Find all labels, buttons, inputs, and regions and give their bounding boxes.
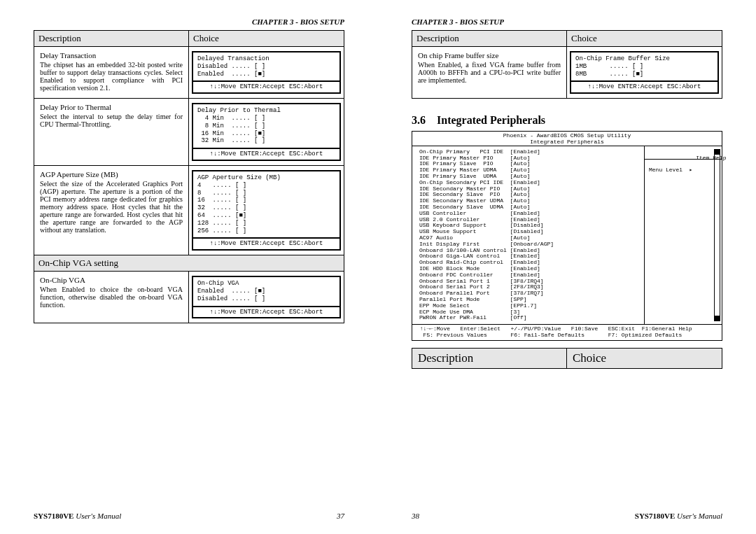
bios-box-delay-thermal: Delay Prior to Thermal 4 Min ..... [ ] 8… [192, 103, 341, 161]
row-delay-prior-thermal: Delay Prior to Thermal Select the interv… [34, 99, 344, 166]
col-choice: Choice [189, 31, 344, 46]
row-onchip-vga: On-Chip VGA When Enabled to choice the o… [34, 272, 344, 323]
bios-box-agp-aperture: AGP Aperture Size (MB) 4 ..... [ ] 8 ...… [192, 170, 341, 251]
row-body: Select the size of the Accelerated Graph… [40, 180, 183, 234]
cmos-key-legend: ↑↓→←:Move Enter:Select +/-/PU/PD:Value F… [412, 324, 722, 340]
page-footer: 38 SYS7180VE User's Manual [412, 512, 722, 520]
row-body: When Enabled to choice the on-board VGA … [40, 286, 183, 309]
col-choice: Choice [567, 31, 722, 46]
page-content: Description Choice Delay Transaction The… [34, 30, 344, 512]
cmos-setup-screen: Phoenix - AwardBIOS CMOS Setup Utility I… [412, 131, 722, 341]
big-table-header: Description Choice [412, 348, 722, 369]
bios-footer: ↑↓:Move ENTER:Accept ESC:Abort [193, 237, 340, 249]
manual-name: SYS7180VE User's Manual [635, 512, 722, 520]
bios-footer: ↑↓:Move ENTER:Accept ESC:Abort [193, 306, 340, 318]
col-description: Description [412, 31, 567, 46]
page-37: CHAPTER 3 - BIOS SETUP Description Choic… [0, 0, 378, 534]
bios-box-frame-buffer: On-Chip Frame Buffer Size 1MB ..... [ ] … [570, 51, 719, 94]
bios-footer: ↑↓:Move ENTER:Accept ESC:Abort [571, 80, 718, 92]
page-content: Description Choice On chip Frame buffer … [412, 30, 722, 512]
page-number: 38 [412, 512, 419, 520]
page-number: 37 [337, 512, 344, 520]
row-title: Delay Prior to Thermal [40, 103, 183, 111]
bios-box-onchip-vga: On-Chip VGA Enabled ..... [■] Disabled .… [192, 276, 341, 318]
page-38: CHAPTER 3 - BIOS SETUP Description Choic… [378, 0, 756, 534]
row-delay-transaction: Delay Transaction The chipset has an emb… [34, 47, 344, 99]
row-title: AGP Aperture Size (MB) [40, 170, 183, 178]
chapter-header: CHAPTER 3 - BIOS SETUP [34, 17, 344, 26]
row-body: Select the interval to setup the delay t… [40, 113, 183, 128]
col-choice: Choice [567, 349, 722, 368]
row-frame-buffer: On chip Frame buffer size When Enabled, … [412, 47, 722, 99]
scrollbar-icon [714, 149, 720, 321]
row-title: On chip Frame buffer size [418, 51, 561, 59]
cmos-help-pane: Item Help Menu Level ▸ [645, 146, 722, 324]
subheader-onchip-vga: On-Chip VGA setting [34, 255, 344, 272]
row-body: The chipset has an embedded 32-bit poste… [40, 61, 183, 92]
page-footer: SYS7180VE User's Manual 37 [34, 512, 344, 520]
row-title: Delay Transaction [40, 51, 183, 59]
manual-name: SYS7180VE User's Manual [34, 512, 121, 520]
row-body: When Enabled, a fixed VGA frame buffer f… [418, 61, 561, 84]
bios-footer: ↑↓:Move ENTER:Accept ESC:Abort [193, 80, 340, 92]
row-title: On-Chip VGA [40, 276, 183, 284]
cmos-title: Phoenix - AwardBIOS CMOS Setup Utility I… [412, 132, 722, 146]
chapter-header: CHAPTER 3 - BIOS SETUP [412, 17, 722, 26]
row-agp-aperture: AGP Aperture Size (MB) Select the size o… [34, 166, 344, 255]
table-header: Description Choice [34, 30, 344, 47]
col-description: Description [412, 349, 567, 368]
bios-footer: ↑↓:Move ENTER:Accept ESC:Abort [193, 148, 340, 160]
cmos-settings-list: On-Chip Primary PCI IDE [Enabled] IDE Pr… [412, 146, 645, 324]
col-description: Description [34, 31, 189, 46]
bios-box-delay-transaction: Delayed Transaction Disabled ..... [ ] E… [192, 51, 341, 94]
table-header: Description Choice [412, 30, 722, 47]
section-3-6-title: 3.6Integrated Peripherals [412, 114, 722, 127]
